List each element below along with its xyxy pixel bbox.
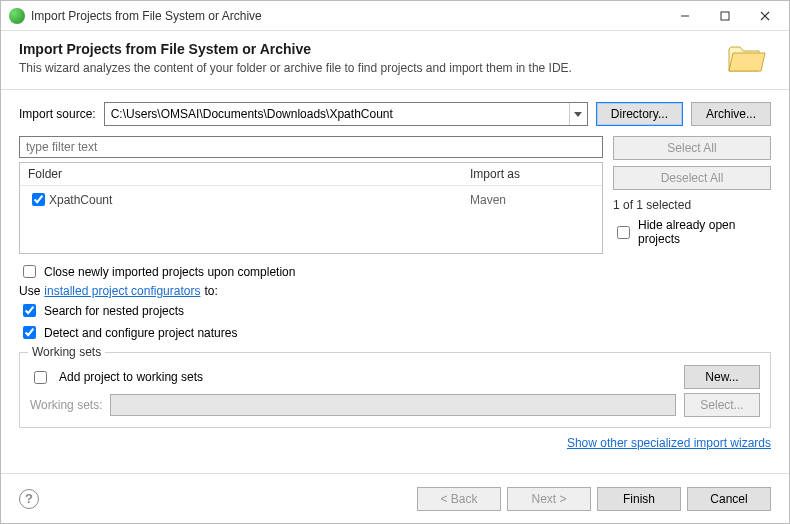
column-folder[interactable]: Folder xyxy=(20,163,462,185)
specialized-wizards-link[interactable]: Show other specialized import wizards xyxy=(567,436,771,450)
wizard-header: Import Projects from File System or Arch… xyxy=(1,31,789,90)
import-source-combo[interactable] xyxy=(104,102,588,126)
svg-rect-1 xyxy=(721,12,729,20)
deselect-all-button[interactable]: Deselect All xyxy=(613,166,771,190)
import-source-label: Import source: xyxy=(19,107,96,121)
close-new-label: Close newly imported projects upon compl… xyxy=(44,265,295,279)
column-import-as[interactable]: Import as xyxy=(462,163,602,185)
wizard-footer: ? < Back Next > Finish Cancel xyxy=(1,473,789,523)
page-title: Import Projects from File System or Arch… xyxy=(19,41,771,57)
minimize-button[interactable] xyxy=(665,2,705,30)
detect-checkbox[interactable] xyxy=(23,326,36,339)
archive-button[interactable]: Archive... xyxy=(691,102,771,126)
hide-open-checkbox[interactable] xyxy=(617,226,630,239)
select-all-button[interactable]: Select All xyxy=(613,136,771,160)
close-button[interactable] xyxy=(745,2,785,30)
nested-checkbox[interactable] xyxy=(23,304,36,317)
next-button[interactable]: Next > xyxy=(507,487,591,511)
window-title: Import Projects from File System or Arch… xyxy=(31,9,665,23)
use-prefix: Use xyxy=(19,284,40,298)
configurators-link[interactable]: installed project configurators xyxy=(44,284,200,298)
page-subtitle: This wizard analyzes the content of your… xyxy=(19,61,771,75)
maximize-button[interactable] xyxy=(705,2,745,30)
hide-open-label: Hide already open projects xyxy=(638,218,771,246)
working-sets-legend: Working sets xyxy=(28,345,105,359)
projects-table: Folder Import as XpathCount Maven xyxy=(19,162,603,254)
finish-button[interactable]: Finish xyxy=(597,487,681,511)
import-source-input[interactable] xyxy=(105,107,569,121)
workingsets-label: Working sets: xyxy=(30,398,102,412)
use-suffix: to: xyxy=(204,284,217,298)
filter-input[interactable] xyxy=(19,136,603,158)
row-import-as: Maven xyxy=(462,189,602,211)
add-workingset-label: Add project to working sets xyxy=(59,370,676,384)
table-row[interactable]: XpathCount Maven xyxy=(20,186,602,213)
workingsets-combo[interactable] xyxy=(110,394,676,416)
nested-label: Search for nested projects xyxy=(44,304,184,318)
working-sets-group: Working sets Add project to working sets… xyxy=(19,352,771,428)
row-checkbox[interactable] xyxy=(32,193,45,206)
new-workingset-button[interactable]: New... xyxy=(684,365,760,389)
directory-button[interactable]: Directory... xyxy=(596,102,683,126)
help-icon[interactable]: ? xyxy=(19,489,39,509)
select-workingset-button[interactable]: Select... xyxy=(684,393,760,417)
row-folder-name: XpathCount xyxy=(49,193,112,207)
selection-count: 1 of 1 selected xyxy=(613,198,771,212)
detect-label: Detect and configure project natures xyxy=(44,326,237,340)
title-bar: Import Projects from File System or Arch… xyxy=(1,1,789,31)
chevron-down-icon xyxy=(574,112,582,117)
close-new-checkbox[interactable] xyxy=(23,265,36,278)
import-source-dropdown[interactable] xyxy=(569,103,587,125)
add-workingset-checkbox[interactable] xyxy=(34,371,47,384)
back-button[interactable]: < Back xyxy=(417,487,501,511)
cancel-button[interactable]: Cancel xyxy=(687,487,771,511)
wizard-folder-icon xyxy=(727,41,769,78)
app-icon xyxy=(9,8,25,24)
